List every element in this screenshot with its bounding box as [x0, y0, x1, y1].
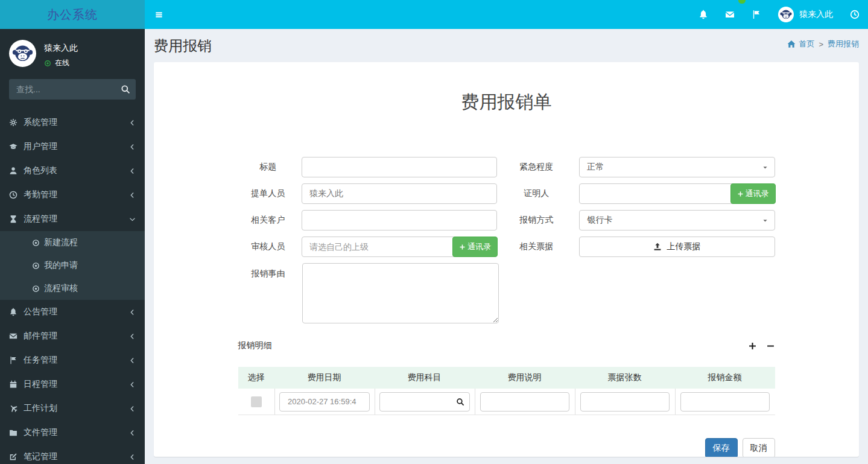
flag-icon — [752, 10, 761, 19]
witness-contacts-button[interactable]: 通讯录 — [730, 183, 776, 204]
user-panel: 猿来入此 在线 — [0, 29, 145, 74]
sidebar-item[interactable]: 文件管理 — [0, 421, 145, 445]
calendar-icon — [9, 380, 17, 389]
chevron-left-icon — [129, 381, 136, 388]
chevron-left-icon — [129, 430, 136, 436]
sidebar-search-button[interactable] — [121, 84, 130, 94]
title-input[interactable] — [302, 157, 497, 177]
sidebar-item[interactable]: 系统管理 — [0, 110, 145, 135]
sidebar-item-label: 公告管理 — [24, 307, 129, 317]
sidebar-item-label: 任务管理 — [24, 355, 129, 366]
expense-date-input[interactable] — [279, 392, 370, 412]
chevron-down-icon — [129, 216, 136, 223]
flag-icon — [9, 356, 17, 364]
customer-label: 相关客户 — [238, 210, 298, 230]
sidebar-item[interactable]: 角色列表 — [0, 159, 145, 183]
plus-icon — [459, 244, 466, 250]
sidebar-item[interactable]: 用户管理 — [0, 135, 145, 159]
sidebar-toggle-button[interactable] — [145, 0, 173, 29]
graduation-cap-icon — [9, 142, 17, 151]
expense-amount-input[interactable] — [680, 392, 770, 412]
sidebar-item[interactable]: 日程管理 — [0, 372, 145, 396]
customer-input[interactable] — [302, 210, 497, 230]
gear-icon — [9, 118, 17, 127]
user-icon — [9, 167, 17, 175]
column-header: 费用科目 — [375, 372, 475, 383]
clock-button[interactable] — [841, 0, 868, 29]
sidebar-item[interactable]: 公告管理 — [0, 300, 145, 324]
circle-dot-icon — [32, 262, 40, 270]
sidebar-item[interactable]: 任务管理 — [0, 348, 145, 372]
sidebar-item-label: 用户管理 — [24, 141, 129, 152]
method-select[interactable]: 银行卡 — [579, 210, 775, 230]
user-status-label: 在线 — [55, 58, 69, 68]
sidebar-item-label: 日程管理 — [24, 379, 129, 390]
remove-row-button[interactable] — [766, 342, 775, 351]
envelope-icon — [9, 332, 17, 340]
chevron-left-icon — [129, 168, 136, 174]
sidebar-item-label: 系统管理 — [24, 117, 129, 128]
reason-textarea[interactable] — [302, 263, 499, 323]
urgency-select[interactable]: 正常 — [579, 157, 775, 177]
upload-invoice-button[interactable]: 上传票据 — [579, 237, 775, 257]
table-row — [238, 389, 775, 415]
save-button[interactable]: 保存 — [705, 438, 738, 457]
add-row-button[interactable] — [748, 342, 757, 351]
sidebar-subitem-label: 我的申请 — [44, 260, 78, 271]
notifications-button[interactable] — [690, 0, 717, 29]
detail-table: 选择费用日期费用科目费用说明票据张数报销金额 — [238, 367, 775, 415]
clock-icon — [9, 191, 17, 199]
home-icon — [787, 40, 796, 48]
sidebar-item[interactable]: 考勤管理 — [0, 183, 145, 207]
sidebar-search-input[interactable] — [9, 79, 136, 100]
auditor-contacts-button[interactable]: 通讯录 — [452, 237, 498, 257]
sidebar-item[interactable]: 邮件管理 — [0, 324, 145, 348]
urgency-selected-value: 正常 — [587, 162, 604, 173]
sidebar-subitem[interactable]: 新建流程 — [0, 231, 145, 254]
sidebar-item-label: 文件管理 — [24, 427, 129, 438]
sidebar-subitem[interactable]: 流程审核 — [0, 277, 145, 300]
plane-icon — [9, 404, 17, 413]
cancel-button[interactable]: 取消 — [743, 438, 775, 457]
chevron-left-icon — [129, 309, 136, 316]
tasks-button[interactable] — [743, 0, 770, 29]
submitter-input[interactable] — [302, 183, 497, 204]
search-icon — [121, 84, 130, 94]
column-header: 报销金额 — [675, 372, 775, 383]
plus-icon — [737, 191, 744, 197]
sidebar-item-label: 笔记管理 — [24, 451, 129, 462]
online-status-icon — [44, 60, 51, 67]
chevron-left-icon — [129, 192, 136, 199]
invoice-count-input[interactable] — [580, 392, 670, 412]
column-header: 选择 — [238, 372, 274, 383]
sidebar-item[interactable]: 工作计划 — [0, 396, 145, 421]
breadcrumb-current[interactable]: 费用报销 — [828, 39, 859, 49]
sidebar-submenu: 新建流程我的申请流程审核 — [0, 231, 145, 300]
caret-down-icon — [762, 164, 768, 171]
edit-icon — [9, 453, 17, 461]
main-content: 费用报销 首页 > 费用报销 费用报销单 标题 紧急程度 正常 — [145, 0, 868, 457]
top-navbar: 猿来入此 — [145, 0, 868, 29]
method-selected-value: 银行卡 — [587, 215, 612, 226]
messages-button[interactable] — [717, 0, 743, 29]
navbar-user-menu[interactable]: 猿来入此 — [770, 7, 841, 22]
sidebar-item[interactable]: 笔记管理 — [0, 445, 145, 464]
breadcrumb-separator: > — [819, 40, 823, 49]
chevron-left-icon — [129, 405, 136, 412]
bell-icon — [9, 308, 17, 316]
sidebar-menu: 系统管理用户管理角色列表考勤管理流程管理新建流程我的申请流程审核公告管理邮件管理… — [0, 107, 145, 464]
subject-search-icon[interactable] — [456, 398, 464, 406]
user-avatar — [9, 40, 36, 67]
sidebar-item-label: 工作计划 — [24, 403, 129, 414]
row-select-checkbox[interactable] — [251, 396, 262, 407]
chevron-left-icon — [129, 357, 136, 364]
app-logo: 办公系统 — [0, 0, 145, 29]
circle-dot-icon — [32, 239, 40, 247]
sidebar-subitem[interactable]: 我的申请 — [0, 254, 145, 277]
expense-description-input[interactable] — [480, 392, 569, 412]
column-header: 票据张数 — [575, 372, 675, 383]
sidebar-subitem-label: 新建流程 — [44, 237, 78, 248]
sidebar: 办公系统 猿来入此 在线 系统管理用户管理角色列表考勤管理流程管理新建流程我的申… — [0, 0, 145, 464]
sidebar-item[interactable]: 流程管理 — [0, 207, 145, 231]
breadcrumb-home-link[interactable]: 首页 — [799, 39, 814, 49]
